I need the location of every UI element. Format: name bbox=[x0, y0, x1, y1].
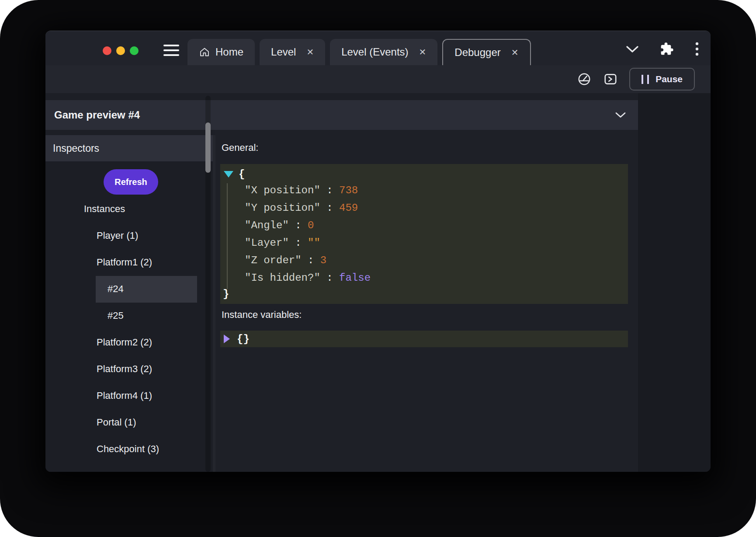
inspector-panel: General: { "X position" : 738"Y position… bbox=[215, 130, 638, 472]
json-property-row: "Is hidden?" : false bbox=[220, 269, 628, 286]
tab-close-icon[interactable]: ✕ bbox=[511, 47, 519, 58]
json-value: 3 bbox=[320, 255, 326, 266]
json-colon: : bbox=[302, 255, 320, 266]
dropdown-chevron-icon[interactable] bbox=[615, 112, 626, 120]
instances-tree: InstancesPlayer (1)Platform1 (2)#24#25Pl… bbox=[45, 31, 213, 472]
json-value: 0 bbox=[308, 220, 314, 231]
pause-button[interactable]: Pause bbox=[629, 68, 695, 91]
tab-close-icon[interactable]: ✕ bbox=[419, 47, 427, 57]
json-key: "Layer" bbox=[245, 237, 289, 249]
json-key: "Z order" bbox=[245, 255, 302, 266]
empty-object-value: {} bbox=[237, 333, 250, 345]
json-value: false bbox=[339, 272, 371, 284]
performance-gauge-icon[interactable] bbox=[577, 72, 592, 87]
screenshot-stage: HomeLevel✕Level (Events)✕Debugger✕ bbox=[0, 0, 756, 537]
json-colon: : bbox=[289, 220, 308, 231]
json-colon: : bbox=[289, 237, 308, 249]
json-property-row: "Z order" : 3 bbox=[220, 251, 628, 269]
json-property-row: "Layer" : "" bbox=[220, 234, 628, 251]
sidebar-scrollbar-thumb[interactable] bbox=[205, 122, 211, 173]
tree-item-platform3-2-[interactable]: Platform3 (2) bbox=[97, 356, 152, 383]
tab-debugger[interactable]: Debugger✕ bbox=[442, 39, 531, 65]
tab-label: Level bbox=[271, 46, 296, 58]
property-rows: "X position" : 738"Y position" : 459"Ang… bbox=[220, 181, 628, 286]
tree-item-platform2-2-[interactable]: Platform2 (2) bbox=[97, 329, 152, 356]
json-colon: : bbox=[320, 185, 339, 196]
json-key: "Y position" bbox=[245, 202, 320, 214]
json-key: "Angle" bbox=[245, 220, 289, 231]
tree-item--25[interactable]: #25 bbox=[108, 303, 124, 329]
tree-item-platform4-1-[interactable]: Platform4 (1) bbox=[97, 383, 152, 409]
tree-item-ladder-1-[interactable]: Ladder (1) bbox=[97, 463, 141, 472]
pause-button-label: Pause bbox=[655, 74, 683, 84]
tree-item-checkpoint-3-[interactable]: Checkpoint (3) bbox=[97, 436, 159, 463]
json-value: "" bbox=[308, 237, 320, 249]
json-colon: : bbox=[320, 202, 339, 214]
indent-guide bbox=[227, 183, 228, 289]
chevron-down-icon[interactable] bbox=[626, 45, 639, 53]
tree-item-platform1-2-[interactable]: Platform1 (2) bbox=[97, 249, 152, 276]
instance-variables-json-viewer: {} bbox=[220, 331, 628, 347]
general-json-viewer: { "X position" : 738"Y position" : 459"A… bbox=[220, 164, 628, 304]
tab-strip: HomeLevel✕Level (Events)✕Debugger✕ bbox=[187, 39, 531, 65]
json-property-row: "Y position" : 459 bbox=[220, 199, 628, 216]
open-brace: { bbox=[239, 168, 245, 180]
instance-variables-label: Instance variables: bbox=[222, 309, 302, 321]
json-value: 459 bbox=[339, 202, 358, 214]
json-property-row: "X position" : 738 bbox=[220, 181, 628, 199]
json-colon: : bbox=[320, 272, 339, 284]
empty-right-panel bbox=[638, 93, 711, 472]
extensions-puzzle-icon[interactable] bbox=[660, 42, 674, 56]
tree-item--24[interactable]: #24 bbox=[96, 276, 197, 303]
tab-bar-right-controls bbox=[626, 42, 699, 56]
tab-label: Home bbox=[215, 46, 243, 58]
tree-item-instances[interactable]: Instances bbox=[84, 196, 125, 223]
pause-icon bbox=[642, 75, 649, 84]
collapse-arrow-icon[interactable] bbox=[224, 171, 233, 178]
json-value: 738 bbox=[339, 185, 358, 196]
general-section-label: General: bbox=[222, 142, 258, 153]
console-icon[interactable] bbox=[603, 72, 618, 87]
json-key: "X position" bbox=[245, 185, 320, 196]
tab-label: Level (Events) bbox=[341, 46, 408, 58]
tab-level[interactable]: Level✕ bbox=[260, 39, 325, 65]
tab-level-events-[interactable]: Level (Events)✕ bbox=[330, 39, 437, 65]
tab-label: Debugger bbox=[454, 46, 500, 59]
close-brace: } bbox=[223, 288, 229, 300]
expand-arrow-icon[interactable] bbox=[224, 335, 230, 343]
more-options-icon[interactable] bbox=[695, 42, 699, 56]
json-property-row: "Angle" : 0 bbox=[220, 216, 628, 234]
tree-item-portal-1-[interactable]: Portal (1) bbox=[97, 409, 136, 436]
tab-close-icon[interactable]: ✕ bbox=[306, 47, 314, 57]
app-window: HomeLevel✕Level (Events)✕Debugger✕ bbox=[45, 31, 711, 472]
json-key: "Is hidden?" bbox=[245, 272, 320, 284]
tree-item-player-1-[interactable]: Player (1) bbox=[97, 223, 138, 249]
